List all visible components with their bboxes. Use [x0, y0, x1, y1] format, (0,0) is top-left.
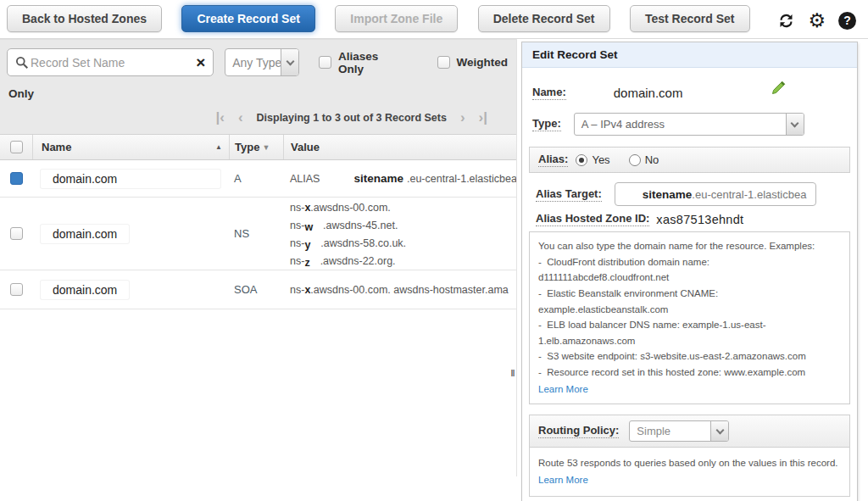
alias-yes-radio[interactable] [576, 154, 587, 166]
refresh-icon[interactable] [777, 12, 795, 30]
routing-policy-bar: Routing Policy: Simple [529, 415, 850, 448]
record-set-name-search-input[interactable] [31, 56, 196, 70]
chevron-down-icon [281, 49, 298, 75]
weighted-only-label: Weighted [457, 56, 509, 69]
table-row[interactable]: domain.com A ALIASsitename.eu-central-1.… [0, 160, 516, 198]
alias-hosted-zone-id-value: xas87513ehndt [656, 213, 743, 226]
last-page-icon[interactable]: ›| [479, 113, 487, 123]
record-type: SOA [234, 283, 257, 296]
alias-target-help-text: You can also type the domain name for th… [529, 231, 850, 404]
alias-section-bar: Alias: Yes No [529, 147, 850, 173]
record-value: ns-x.awsdns-00.com. awsdns-hostmaster.am… [290, 284, 509, 296]
filter-bar: × Any Type Aliases Only Weighted Only |‹ [0, 39, 516, 134]
aliases-only-checkbox[interactable] [319, 56, 331, 69]
type-filter-select[interactable]: Any Type [225, 48, 299, 76]
name-value: domain.com [614, 86, 683, 100]
record-sets-list-panel: × Any Type Aliases Only Weighted Only |‹ [0, 39, 517, 476]
panel-resize-handle[interactable]: ‖ [509, 364, 517, 382]
alias-hosted-zone-id-label: Alias Hosted Zone ID: [536, 212, 649, 226]
chevron-down-icon [786, 114, 804, 135]
record-type: A [234, 172, 242, 185]
pagination: |‹ ‹ Displaying 1 to 3 out of 3 Record S… [0, 100, 516, 132]
record-name: domain.com [41, 281, 129, 299]
record-name: domain.com [41, 225, 129, 243]
edit-pencil-icon[interactable] [771, 81, 786, 98]
edit-record-set-panel: Edit Record Set Name: domain.com Type: A… [521, 42, 858, 501]
type-select-value: A – IPv4 address [575, 118, 786, 131]
import-zone-file-button: Import Zone File [335, 5, 458, 32]
help-example: ELB load balancer DNS name: example-1.us… [538, 317, 841, 348]
row-checkbox[interactable] [10, 172, 23, 185]
column-header-name[interactable]: Name ▲ [32, 135, 229, 159]
alias-yes-label: Yes [592, 153, 609, 166]
routing-policy-help-text: Route 53 responds to queries based only … [529, 448, 850, 497]
name-label: Name: [532, 86, 566, 100]
sort-caret-icon: ▼ [262, 143, 270, 152]
clear-search-icon[interactable]: × [196, 57, 205, 69]
table-row[interactable]: domain.com SOA ns-x.awsdns-00.com. awsdn… [0, 270, 516, 309]
help-example: Resource record set in this hosted zone:… [538, 365, 841, 381]
type-label: Type: [532, 117, 561, 131]
delete-record-set-button[interactable]: Delete Record Set [478, 5, 610, 32]
gear-icon[interactable]: ⚙ [808, 11, 826, 30]
record-type: NS [234, 227, 249, 240]
main-content: × Any Type Aliases Only Weighted Only |‹ [0, 39, 868, 501]
help-example: CloudFront distribution domain name: d11… [538, 254, 841, 286]
help-icon[interactable]: ? [838, 12, 856, 30]
table-row[interactable]: domain.com NS ns-x.awsdns-00.com. ns-w.a… [0, 198, 516, 270]
toolbar: Back to Hosted Zones Create Record Set I… [0, 0, 868, 39]
panel-title: Edit Record Set [522, 42, 857, 68]
learn-more-link[interactable]: Learn More [538, 472, 588, 487]
column-header-type[interactable]: Type ▼ [229, 135, 283, 159]
first-page-icon[interactable]: |‹ [215, 113, 224, 123]
chevron-down-icon [710, 421, 728, 441]
back-to-hosted-zones-button[interactable]: Back to Hosted Zones [7, 5, 162, 32]
search-box: × [7, 48, 214, 76]
learn-more-link[interactable]: Learn More [538, 381, 588, 398]
weighted-only-label-overflow: Only [8, 87, 508, 100]
sort-ascending-icon: ▲ [215, 143, 222, 151]
row-checkbox[interactable] [10, 283, 23, 296]
routing-policy-label: Routing Policy: [538, 424, 619, 438]
aliases-only-label: Aliases Only [338, 50, 404, 75]
routing-policy-value: Simple [630, 425, 710, 437]
column-header-value[interactable]: Value [283, 135, 516, 159]
routing-policy-select[interactable]: Simple [629, 420, 729, 442]
search-icon [15, 56, 29, 70]
alias-no-label: No [645, 153, 659, 166]
type-select[interactable]: A – IPv4 address [574, 113, 804, 136]
alias-label: Alias: [538, 153, 568, 167]
help-example: S3 website endpoint: s3-website.us-east-… [538, 348, 841, 365]
create-record-set-button[interactable]: Create Record Set [181, 5, 314, 32]
prev-page-icon[interactable]: ‹ [238, 113, 243, 123]
next-page-icon[interactable]: › [460, 113, 465, 123]
record-name: domain.com [41, 170, 220, 188]
test-record-set-button[interactable]: Test Record Set [630, 5, 750, 32]
row-checkbox[interactable] [10, 227, 23, 240]
select-all-checkbox[interactable] [10, 141, 23, 153]
type-filter-value: Any Type [225, 56, 281, 70]
alias-target-input[interactable]: sitename.eu-central-1.elasticbea [615, 182, 816, 206]
record-value: ns-x.awsdns-00.com. ns-w.awsdns-45.net. … [290, 198, 406, 270]
record-value: ALIASsitename.eu-central-1.elasticbean [290, 172, 516, 185]
pagination-status: Displaying 1 to 3 out of 3 Record Sets [257, 112, 447, 124]
help-example: Elastic Beanstalk environment CNAME: exa… [538, 286, 841, 317]
table-header: Name ▲ Type ▼ Value [0, 134, 516, 160]
alias-target-label: Alias Target: [536, 187, 602, 202]
alias-no-radio[interactable] [629, 154, 641, 166]
weighted-only-checkbox[interactable] [437, 56, 450, 69]
